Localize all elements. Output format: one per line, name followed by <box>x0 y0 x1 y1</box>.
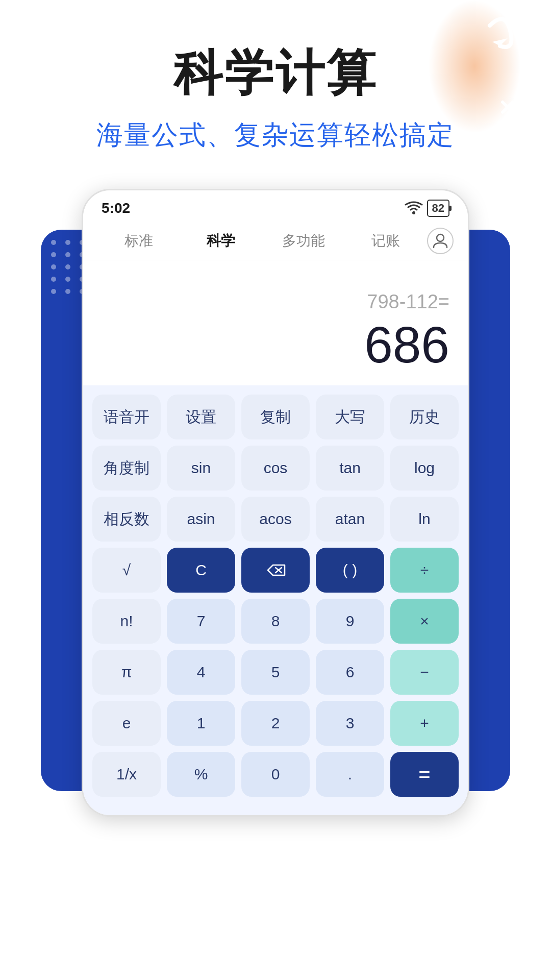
btn-asin[interactable]: asin <box>167 497 235 542</box>
svg-point-4 <box>412 211 415 214</box>
deco-finger <box>408 0 520 153</box>
status-icons: 82 <box>405 200 449 217</box>
btn-e[interactable]: e <box>92 701 161 746</box>
btn-neg[interactable]: 相反数 <box>92 497 161 542</box>
display-area: 798-112= 686 <box>83 260 468 385</box>
status-bar: 5:02 82 <box>83 190 468 222</box>
btn-plus[interactable]: + <box>390 701 459 746</box>
btn-backspace[interactable] <box>241 548 310 593</box>
btn-multiply[interactable]: × <box>390 599 459 644</box>
tab-multi[interactable]: 多功能 <box>262 226 345 256</box>
btn-8[interactable]: 8 <box>241 599 310 644</box>
btn-3[interactable]: 3 <box>316 701 384 746</box>
btn-1[interactable]: 1 <box>167 701 235 746</box>
btn-9[interactable]: 9 <box>316 599 384 644</box>
btn-pi[interactable]: π <box>92 650 161 695</box>
btn-clear[interactable]: C <box>167 548 235 593</box>
keyboard-row-5: n! 7 8 9 × <box>92 599 459 644</box>
tab-standard[interactable]: 标准 <box>97 226 180 256</box>
btn-log[interactable]: log <box>390 446 459 491</box>
keyboard-row-2: 角度制 sin cos tan log <box>92 446 459 491</box>
svg-point-5 <box>437 234 444 241</box>
top-section: 科学计算 海量公式、复杂运算轻松搞定 <box>0 0 551 174</box>
btn-atan[interactable]: atan <box>316 497 384 542</box>
battery-icon: 82 <box>427 200 449 217</box>
backspace-icon <box>265 562 286 578</box>
keyboard-row-3: 相反数 asin acos atan ln <box>92 497 459 542</box>
btn-equals[interactable]: = <box>390 752 459 797</box>
wifi-icon <box>405 201 423 215</box>
keyboard-row-1: 语音开 设置 复制 大写 历史 <box>92 395 459 439</box>
btn-voice[interactable]: 语音开 <box>92 395 161 439</box>
display-expression: 798-112= <box>102 291 449 313</box>
tab-science[interactable]: 科学 <box>180 226 263 256</box>
nav-tabs: 标准 科学 多功能 记账 <box>83 222 468 260</box>
phone-frame-wrapper: 5:02 82 标准 科学 多功能 <box>82 189 469 817</box>
btn-factorial[interactable]: n! <box>92 599 161 644</box>
btn-parens[interactable]: ( ) <box>316 548 384 593</box>
btn-acos[interactable]: acos <box>241 497 310 542</box>
profile-icon <box>432 232 449 250</box>
keyboard-area: 语音开 设置 复制 大写 历史 角度制 sin cos tan log 相反数 … <box>83 385 468 815</box>
profile-button[interactable] <box>427 228 454 254</box>
btn-dot[interactable]: . <box>316 752 384 797</box>
btn-angle[interactable]: 角度制 <box>92 446 161 491</box>
keyboard-row-8: 1/x % 0 . = <box>92 752 459 797</box>
btn-minus[interactable]: − <box>390 650 459 695</box>
btn-sqrt[interactable]: √ <box>92 548 161 593</box>
btn-2[interactable]: 2 <box>241 701 310 746</box>
btn-copy[interactable]: 复制 <box>241 395 310 439</box>
btn-5[interactable]: 5 <box>241 650 310 695</box>
btn-tan[interactable]: tan <box>316 446 384 491</box>
btn-percent[interactable]: % <box>167 752 235 797</box>
phone-frame: 5:02 82 标准 科学 多功能 <box>82 189 469 817</box>
keyboard-row-4: √ C ( ) ÷ <box>92 548 459 593</box>
btn-caps[interactable]: 大写 <box>316 395 384 439</box>
btn-sin[interactable]: sin <box>167 446 235 491</box>
keyboard-row-7: e 1 2 3 + <box>92 701 459 746</box>
display-result: 686 <box>102 319 449 370</box>
btn-settings[interactable]: 设置 <box>167 395 235 439</box>
tab-account[interactable]: 记账 <box>345 226 428 256</box>
btn-4[interactable]: 4 <box>167 650 235 695</box>
btn-ln[interactable]: ln <box>390 497 459 542</box>
btn-0[interactable]: 0 <box>241 752 310 797</box>
btn-history[interactable]: 历史 <box>390 395 459 439</box>
btn-divide[interactable]: ÷ <box>390 548 459 593</box>
btn-reciprocal[interactable]: 1/x <box>92 752 161 797</box>
status-time: 5:02 <box>102 200 130 216</box>
keyboard-row-6: π 4 5 6 − <box>92 650 459 695</box>
btn-7[interactable]: 7 <box>167 599 235 644</box>
btn-6[interactable]: 6 <box>316 650 384 695</box>
btn-cos[interactable]: cos <box>241 446 310 491</box>
